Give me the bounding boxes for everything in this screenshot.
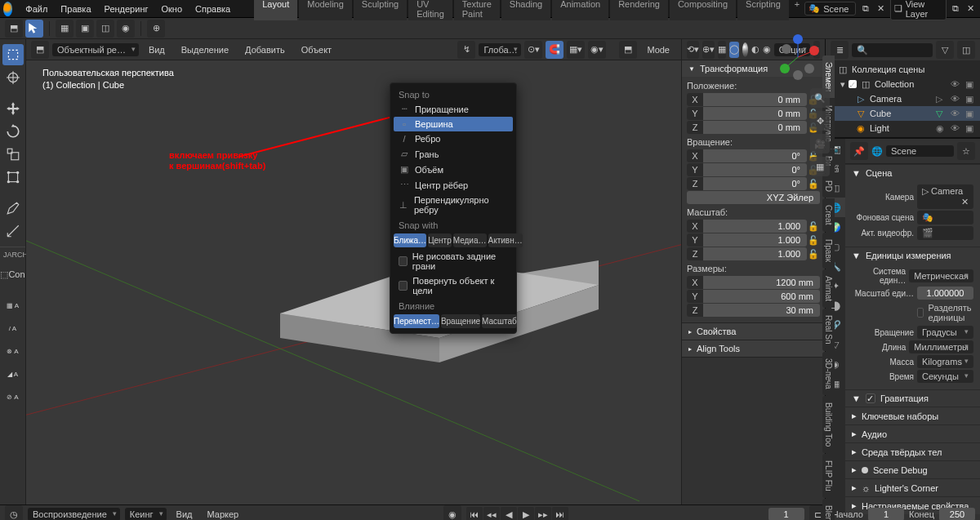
tool-select[interactable] [2, 44, 24, 65]
psec-scene[interactable]: ▼Сцена [845, 165, 980, 181]
unit-mass[interactable]: Kilograms [917, 355, 973, 368]
jump-prev-key[interactable]: ◂◂ [483, 507, 500, 520]
psec-keying[interactable]: ▸Ключевые наборы [845, 407, 980, 424]
ntab-building[interactable]: Building Too [822, 396, 835, 453]
tool-rotate[interactable] [2, 121, 24, 142]
layer-selector[interactable]: ❏ View Layer [890, 0, 947, 20]
snap-edge[interactable]: /Ребро [394, 131, 513, 146]
snap-dropdown[interactable]: ▦▾ [567, 41, 585, 59]
bg-scene[interactable]: 🎭 [917, 211, 973, 224]
editor-type-3dview[interactable]: ⬒ [5, 20, 23, 38]
tl-playback[interactable]: Воспроизведение [28, 508, 120, 520]
editor-mode-right[interactable]: ⬒ [619, 41, 637, 59]
tool-grid-a[interactable]: ▦ A [2, 295, 24, 316]
end-frame[interactable]: 250 [939, 508, 975, 520]
cursor-tool-icon[interactable]: ⊕ [147, 20, 165, 38]
shade-wire[interactable]: ◯ [729, 42, 739, 58]
tab-layout[interactable]: Layout [254, 0, 297, 20]
menu-file[interactable]: Файл [19, 4, 54, 14]
psec-units[interactable]: ▼Единицы измерения [845, 247, 980, 264]
tool-jarch-con[interactable]: ⬚Con [2, 264, 24, 285]
dim-y[interactable]: 600 mm [703, 290, 820, 303]
xray-toggle[interactable]: ▦ [718, 41, 726, 59]
panel-properties[interactable]: ▸Свойства [682, 323, 825, 340]
psec-audio[interactable]: ▸Аудио [845, 425, 980, 442]
ntab-create[interactable]: Creat [822, 198, 835, 231]
lock-sc-y[interactable]: 🔓 [807, 235, 820, 246]
unit-scale[interactable]: 1.000000 [917, 287, 973, 300]
ntab-flip[interactable]: FLIP Flu [822, 454, 835, 498]
scene-new[interactable]: ⧉ [859, 2, 871, 16]
snapwith-closest[interactable]: Ближа… [394, 233, 426, 247]
eye-icon[interactable]: 👁 [951, 79, 962, 89]
scene-delete[interactable]: ✕ [875, 2, 887, 16]
rot-z[interactable]: 0° [703, 177, 807, 190]
tool-transform[interactable] [2, 167, 24, 188]
vh-add[interactable]: Добавить [238, 43, 292, 56]
tool-measure[interactable] [2, 220, 24, 242]
props-pin[interactable]: 📌 [850, 142, 868, 160]
tree-collection[interactable]: ▾✓◫Collection👁▣ [826, 77, 980, 91]
shade-solid[interactable] [742, 42, 748, 57]
dim-z[interactable]: 30 mm [703, 304, 820, 317]
tool-angle-a[interactable]: ◢ A [2, 363, 24, 384]
layer-delete[interactable]: ✕ [964, 2, 977, 16]
separate-units[interactable] [917, 308, 924, 318]
play-rev[interactable]: ◀ [501, 507, 517, 520]
snap-volume[interactable]: ▣Объём [394, 162, 513, 177]
tree-camera[interactable]: ▷Camera▷👁▣ [826, 91, 980, 106]
tab-animation[interactable]: Animation [552, 0, 608, 20]
tool-circle-a[interactable]: ⊘ A [2, 386, 24, 407]
psec-rigidbody[interactable]: ▸Среда твёрдых тел [845, 443, 980, 460]
current-frame[interactable]: 1 [768, 508, 804, 520]
scene-camera[interactable]: ▷ Camera✕ [917, 184, 973, 209]
tool-scale[interactable] [2, 144, 24, 165]
ntab-blenderkit[interactable]: BlenderK [822, 499, 835, 520]
nav-gizmo[interactable] [775, 34, 821, 80]
snap-vertex[interactable]: ▫Вершина [394, 117, 513, 131]
layer-new[interactable]: ⧉ [950, 2, 962, 16]
lock-rot-z[interactable]: 🔓 [807, 179, 820, 189]
tool-line-a[interactable]: / A [2, 318, 24, 339]
gizmo-toggle[interactable]: ⟲▾ [687, 41, 699, 59]
ntab-animate[interactable]: Animat [822, 269, 835, 308]
shade-matprev[interactable]: ◐ [751, 42, 760, 58]
snap-toggle[interactable]: 🧲 [546, 41, 564, 59]
select-mode-3[interactable]: ◫ [96, 20, 114, 38]
tool-cross-a[interactable]: ⊗ A [2, 340, 24, 362]
pivot-icon[interactable]: ⊙▾ [524, 41, 542, 59]
tool-select-active[interactable] [25, 20, 43, 38]
unit-length[interactable]: Миллиметры [909, 340, 973, 353]
psec-gravity[interactable]: ▼✓Гравитация [845, 390, 980, 407]
menu-help[interactable]: Справка [189, 4, 237, 14]
snapwith-median[interactable]: Медиа… [453, 233, 487, 247]
select-mode-2[interactable]: ▣ [76, 20, 94, 38]
affect-move[interactable]: Перемест… [394, 314, 439, 328]
unit-time[interactable]: Секунды [917, 370, 973, 383]
outliner-search[interactable]: 🔍 [852, 43, 933, 57]
snap-edge-center[interactable]: ⋯Центр рёбер [394, 177, 513, 193]
orient-icon[interactable]: ↯ [457, 41, 475, 59]
zoom-icon[interactable]: 🔍 [810, 88, 830, 108]
vh-view[interactable]: Вид [142, 43, 172, 56]
active-clip[interactable]: 🎬 [917, 226, 973, 240]
rot-mode[interactable]: XYZ Эйлер [687, 191, 820, 204]
scale-z[interactable]: 1.000 [703, 247, 807, 260]
vh-mode-label[interactable]: Mode [640, 43, 676, 56]
menu-render[interactable]: Рендеринг [98, 4, 155, 14]
persp-ortho-icon[interactable]: ▦ [810, 157, 830, 176]
tree-light[interactable]: ◉Light◉👁▣ [826, 121, 980, 136]
tool-annotate[interactable] [2, 198, 24, 219]
tab-compositing[interactable]: Compositing [670, 0, 736, 20]
psec-lighters[interactable]: ▸☼Lighter's Corner [845, 479, 980, 496]
shade-rendered[interactable]: ◉ [763, 42, 771, 58]
rot-y[interactable]: 0° [703, 163, 807, 176]
viewport-3d[interactable]: ⬒ Объектный ре… Вид Выделение Добавить О… [26, 39, 681, 504]
menu-window[interactable]: Окно [154, 4, 189, 14]
tl-keying[interactable]: Кеинг [125, 508, 167, 520]
start-frame[interactable]: 1 [868, 508, 904, 520]
tl-marker[interactable]: Маркер [202, 508, 243, 520]
loc-x[interactable]: 0 mm [703, 93, 807, 106]
tool-cursor[interactable] [2, 67, 24, 88]
ntab-3dprint[interactable]: 3D-печа [822, 352, 835, 396]
